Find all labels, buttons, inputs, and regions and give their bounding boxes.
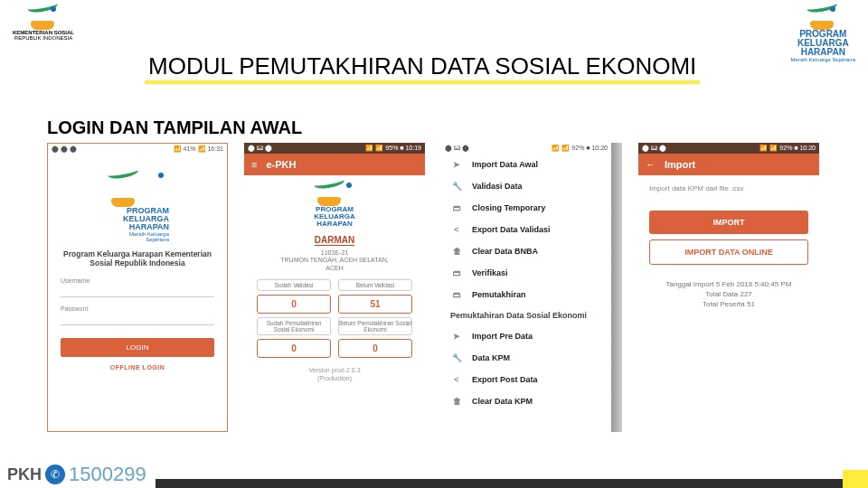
menu-item-import-pre[interactable]: ➤Import Pre Data <box>441 325 611 347</box>
menu-item-clear-bnba[interactable]: 🗑Clear Data BNBA <box>441 240 611 262</box>
pkh-logo-caption: Meraih Keluarga Sejahtera <box>791 57 855 62</box>
stat-v4: 0 <box>338 339 412 358</box>
menu-label: Data KPM <box>472 353 510 362</box>
app-title: Import <box>665 159 695 170</box>
login-logo: PROGRAM KELUARGA HARAPAN Meraih Keluarga… <box>106 171 169 242</box>
footer-phone: 1500299 <box>69 463 146 486</box>
stat-values-1: 0 51 <box>257 295 412 314</box>
username-field-wrap: Username <box>61 277 214 297</box>
send-icon: ➤ <box>450 332 463 341</box>
section-label: LOGIN DAN TAMPILAN AWAL <box>47 117 302 138</box>
logo-pkh: PROGRAM KELUARGA HARAPAN Meraih Keluarga… <box>791 5 855 62</box>
logo-caption-2: REPUBLIK INDONESIA <box>14 35 72 41</box>
menu-list: ➤Import Data Awal 🔧Validasi Data 🗃Closin… <box>441 154 611 412</box>
status-bar: ⬤ 🖂 ⬤ 📶 📶 92% ■ 10:20 <box>638 143 819 154</box>
menu-label: Export Data Validasi <box>472 225 551 234</box>
screen-menu: ⬤ 🖂 ⬤ 📶 📶 92% ■ 10:20 ➤Import Data Awal … <box>441 143 611 432</box>
login-button[interactable]: LOGIN <box>61 338 214 357</box>
menu-item-export-post[interactable]: <Export Post Data <box>441 369 611 390</box>
import-status-total: Total Data 227 <box>638 289 819 299</box>
status-left: ⬤ 🖂 ⬤ <box>248 145 272 152</box>
status-left: ⬤ ⬤ ⬤ <box>52 145 77 153</box>
footer-accent <box>843 470 868 488</box>
login-logo-l3: HARAPAN <box>106 223 169 231</box>
dash-logo-l3: HARAPAN <box>244 221 425 228</box>
footer-bar <box>156 479 843 488</box>
menu-item-pemutakhiran[interactable]: 🗃Pemutakhiran <box>441 284 611 305</box>
share-icon: < <box>450 225 463 234</box>
trash-icon: 🗑 <box>450 247 463 256</box>
screen-dashboard: ⬤ 🖂 ⬤ 📶 📶 95% ■ 10:19 ≡ e-PKH PROGRAM KE… <box>244 143 425 432</box>
menu-label: Import Pre Data <box>472 332 533 341</box>
footer: PKH ✆ 1500299 <box>7 463 868 488</box>
stat-h4: Belum Pemutakhiran Sosial Ekonomi <box>338 317 412 335</box>
wrench-icon: 🔧 <box>450 182 463 191</box>
share-icon: < <box>450 375 463 384</box>
screen-import: ⬤ 🖂 ⬤ 📶 📶 92% ■ 10:20 ← Import Import da… <box>638 143 819 432</box>
username-input[interactable] <box>61 285 214 297</box>
dash-loc-prov: ACEH <box>244 265 425 272</box>
stat-values-2: 0 0 <box>257 339 412 358</box>
wrench-icon: 🔧 <box>450 353 463 362</box>
status-right: 📶 📶 95% ■ 10:19 <box>365 145 421 152</box>
version-line2: (Production) <box>244 375 425 382</box>
menu-item-validasi[interactable]: 🔧Validasi Data <box>441 175 611 197</box>
import-status: Tanggal Import 5 Feb 2018 5:40:45 PM Tot… <box>638 279 819 310</box>
menu-icon[interactable]: ≡ <box>251 160 257 170</box>
dash-loc-code: 1103E-21 <box>244 249 425 257</box>
dash-logo: PROGRAM KELUARGA HARAPAN <box>244 181 425 228</box>
dash-username: DARMAN <box>315 235 354 246</box>
stat-v2: 51 <box>338 295 412 314</box>
status-bar: ⬤ ⬤ ⬤ 📶 41% 📶 16:31 <box>48 144 227 155</box>
menu-item-verifikasi[interactable]: 🗃Verifikasi <box>441 262 611 284</box>
menu-label: Export Post Data <box>472 375 538 384</box>
status-left: ⬤ 🖂 ⬤ <box>445 145 469 152</box>
stat-headers-1: Sudah Validasi Belum Validasi <box>257 279 412 291</box>
login-logo-caption: Meraih Keluarga Sejahtera <box>106 231 169 242</box>
menu-item-closing[interactable]: 🗃Closing Temporary <box>441 197 611 219</box>
menu-label: Closing Temporary <box>472 203 545 212</box>
menu-label: Import Data Awal <box>472 160 538 169</box>
screenshots-row: ⬤ ⬤ ⬤ 📶 41% 📶 16:31 PROGRAM KELUARGA HAR… <box>47 143 819 432</box>
status-bar: ⬤ 🖂 ⬤ 📶 📶 92% ■ 10:20 <box>441 143 611 154</box>
back-icon[interactable]: ← <box>646 160 656 170</box>
import-online-button[interactable]: IMPORT DATA ONLINE <box>649 239 808 265</box>
offline-login-link[interactable]: OFFLINE LOGIN <box>48 364 227 371</box>
phone-icon: ✆ <box>45 465 65 484</box>
dash-loc-name: TRUMON TENGAH, ACEH SELATAN, <box>244 257 425 264</box>
logo-kemensos: KEMENTERIAN SOSIAL REPUBLIK INDONESIA <box>13 5 74 41</box>
dash-location: 1103E-21 TRUMON TENGAH, ACEH SELATAN, AC… <box>244 249 425 272</box>
username-label: Username <box>61 277 90 284</box>
import-status-date: Tanggal Import 5 Feb 2018 5:40:45 PM <box>638 279 819 289</box>
version-text: Version prod-2.0.3 (Production) <box>244 367 425 382</box>
archive-icon: 🗃 <box>450 203 463 212</box>
password-input[interactable] <box>61 313 214 325</box>
status-right: 📶 📶 92% ■ 10:20 <box>760 145 816 152</box>
menu-label: Clear Data KPM <box>472 397 533 406</box>
status-right: 📶 41% 📶 16:31 <box>174 145 223 153</box>
menu-item-import-awal[interactable]: ➤Import Data Awal <box>441 154 611 175</box>
app-bar: ← Import <box>638 154 819 175</box>
import-subtitle: Import data KPM dari file .csv <box>638 175 819 205</box>
import-button[interactable]: IMPORT <box>649 211 808 234</box>
stat-h3: Sudah Pemutakhiran Sosial Ekonomi <box>257 317 331 335</box>
stat-headers-2: Sudah Pemutakhiran Sosial Ekonomi Belum … <box>257 317 412 335</box>
menu-item-clear-kpm[interactable]: 🗑Clear Data KPM <box>441 390 611 412</box>
slide-title: MODUL PEMUTAKHIRAN DATA SOSIAL EKONOMI <box>145 52 700 84</box>
login-heading: Program Keluarga Harapan Kementerian Sos… <box>48 249 227 267</box>
app-bar: ≡ e-PKH <box>244 154 425 175</box>
password-field-wrap: Password <box>61 305 214 325</box>
stat-v1: 0 <box>257 295 331 314</box>
version-line1: Version prod-2.0.3 <box>244 367 425 374</box>
status-right: 📶 📶 92% ■ 10:20 <box>552 145 608 152</box>
password-label: Password <box>61 305 89 312</box>
menu-item-export-validasi[interactable]: <Export Data Validasi <box>441 219 611 240</box>
import-status-peserta: Total Peserta 51 <box>638 299 819 309</box>
menu-section-header: Pemuktahiran Data Sosial Ekonomi <box>441 305 611 325</box>
screen-menu-container: ⬤ 🖂 ⬤ 📶 📶 92% ■ 10:20 ➤Import Data Awal … <box>441 143 622 432</box>
footer-brand: PKH <box>7 465 42 484</box>
menu-label: Verifikasi <box>472 268 508 277</box>
app-title: e-PKH <box>266 159 296 170</box>
archive-icon: 🗃 <box>450 290 463 299</box>
menu-item-data-kpm[interactable]: 🔧Data KPM <box>441 347 611 369</box>
